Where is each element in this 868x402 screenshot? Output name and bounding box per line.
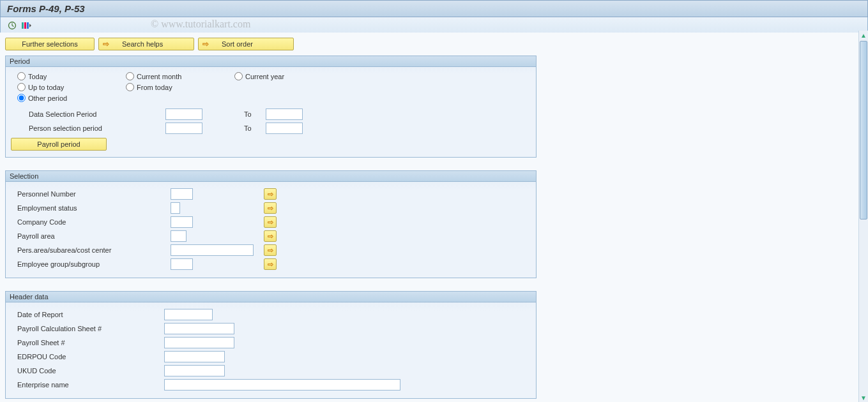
company-code-row: Company Code	[17, 215, 529, 229]
payroll-calc-sheet-input[interactable]	[164, 323, 234, 334]
payroll-area-row: Payroll area	[17, 229, 529, 243]
radio-current-year[interactable]: Current year	[234, 72, 343, 80]
to-label: To	[244, 110, 266, 118]
data-selection-from-input[interactable]	[165, 108, 202, 120]
period-radio-grid: Today Current month Current year Up to t…	[17, 72, 529, 102]
further-selections-button[interactable]: Further selections	[5, 38, 95, 50]
edrpou-input[interactable]	[164, 351, 225, 362]
employment-status-label: Employment status	[17, 204, 171, 212]
date-of-report-input[interactable]	[164, 309, 213, 320]
radio-other-period-label: Other period	[28, 94, 67, 102]
payroll-sheet-input[interactable]	[164, 337, 234, 348]
radio-other-period[interactable]: Other period	[17, 94, 126, 102]
pers-area-row: Pers.area/subarea/cost center	[17, 243, 529, 257]
arrow-right-icon: ⇨	[103, 40, 109, 48]
enterprise-name-row: Enterprise name	[17, 378, 529, 392]
payroll-sheet-label: Payroll Sheet #	[17, 339, 164, 346]
period-legend: Period	[6, 56, 536, 67]
payroll-calc-sheet-label: Payroll Calculation Sheet #	[17, 325, 164, 332]
content-area: Further selections ⇨ Search helps ⇨ Sort…	[0, 33, 858, 402]
sort-order-button[interactable]: ⇨ Sort order	[198, 38, 294, 50]
search-helps-button[interactable]: ⇨ Search helps	[98, 38, 194, 50]
company-code-label: Company Code	[17, 218, 171, 226]
radio-from-today-label: From today	[137, 84, 172, 91]
edrpou-label: EDRPOU Code	[17, 353, 164, 361]
svg-rect-3	[22, 22, 24, 29]
multiple-selection-button[interactable]	[264, 202, 277, 214]
person-selection-period-label: Person selection period	[17, 124, 165, 132]
multiple-selection-button[interactable]	[264, 188, 277, 200]
pers-area-input[interactable]	[171, 244, 254, 256]
date-of-report-row: Date of Report	[17, 308, 529, 322]
execute-icon[interactable]	[7, 20, 17, 31]
person-selection-to-input[interactable]	[266, 123, 303, 134]
arrow-right-icon: ⇨	[202, 40, 209, 48]
radio-today-label: Today	[28, 73, 47, 80]
ukud-row: UKUD Code	[17, 364, 529, 378]
payroll-period-button[interactable]: Payroll period	[11, 138, 107, 151]
person-selection-from-input[interactable]	[165, 123, 202, 134]
selection-buttons-row: Further selections ⇨ Search helps ⇨ Sort…	[5, 38, 853, 50]
edrpou-row: EDRPOU Code	[17, 350, 529, 364]
data-selection-period-label: Data Selection Period	[17, 110, 165, 118]
watermark: © www.tutorialkart.com	[151, 19, 250, 30]
date-of-report-label: Date of Report	[17, 311, 164, 318]
radio-from-today[interactable]: From today	[126, 83, 234, 91]
scroll-down-icon[interactable]	[859, 393, 869, 402]
radio-current-month[interactable]: Current month	[126, 72, 234, 80]
selection-group: Selection Personnel Number Employment st…	[5, 170, 537, 278]
header-data-legend: Header data	[6, 292, 536, 302]
personnel-number-label: Personnel Number	[17, 190, 171, 198]
person-selection-period-row: Person selection period To	[17, 121, 529, 135]
payroll-sheet-row: Payroll Sheet #	[17, 336, 529, 350]
title-text: Forms P-49, P-53	[7, 3, 85, 14]
multiple-selection-button[interactable]	[264, 216, 277, 228]
employment-status-input[interactable]	[171, 202, 180, 214]
search-helps-label: Search helps	[122, 40, 163, 48]
vertical-scrollbar[interactable]	[858, 31, 868, 402]
sort-order-label: Sort order	[222, 40, 253, 48]
multiple-selection-button[interactable]	[264, 258, 277, 270]
employment-status-row: Employment status	[17, 201, 529, 215]
radio-up-to-today-label: Up to today	[28, 84, 64, 91]
employee-group-label: Employee group/subgroup	[17, 260, 171, 268]
scroll-up-icon[interactable]	[859, 31, 869, 40]
personnel-number-input[interactable]	[171, 188, 193, 200]
multiple-selection-button[interactable]	[264, 244, 277, 256]
data-selection-to-input[interactable]	[266, 108, 303, 120]
company-code-input[interactable]	[171, 216, 193, 228]
employee-group-row: Employee group/subgroup	[17, 257, 529, 271]
svg-line-2	[12, 26, 14, 27]
enterprise-name-input[interactable]	[164, 379, 400, 391]
radio-current-month-label: Current month	[137, 73, 181, 80]
app-toolbar: © www.tutorialkart.com	[0, 17, 868, 34]
radio-current-year-label: Current year	[245, 73, 284, 80]
data-selection-period-row: Data Selection Period To	[17, 107, 529, 121]
payroll-area-input[interactable]	[171, 230, 187, 242]
personnel-number-row: Personnel Number	[17, 187, 529, 201]
period-group: Period Today Current month Current year …	[5, 56, 537, 158]
svg-rect-4	[24, 22, 26, 29]
multiple-selection-button[interactable]	[264, 230, 277, 242]
header-data-group: Header data Date of Report Payroll Calcu…	[5, 291, 537, 399]
selection-legend: Selection	[6, 171, 536, 182]
variant-icon[interactable]	[21, 20, 31, 31]
payroll-area-label: Payroll area	[17, 232, 171, 240]
ukud-label: UKUD Code	[17, 367, 164, 375]
enterprise-name-label: Enterprise name	[17, 381, 164, 389]
radio-up-to-today[interactable]: Up to today	[17, 83, 126, 91]
pers-area-label: Pers.area/subarea/cost center	[17, 246, 171, 254]
radio-today[interactable]: Today	[17, 72, 126, 80]
payroll-calc-sheet-row: Payroll Calculation Sheet #	[17, 322, 529, 336]
to-label: To	[244, 124, 266, 132]
scroll-thumb[interactable]	[860, 41, 867, 220]
employee-group-input[interactable]	[171, 258, 193, 270]
ukud-input[interactable]	[164, 365, 225, 376]
window-title: Forms P-49, P-53	[0, 0, 868, 17]
svg-rect-5	[27, 22, 29, 29]
